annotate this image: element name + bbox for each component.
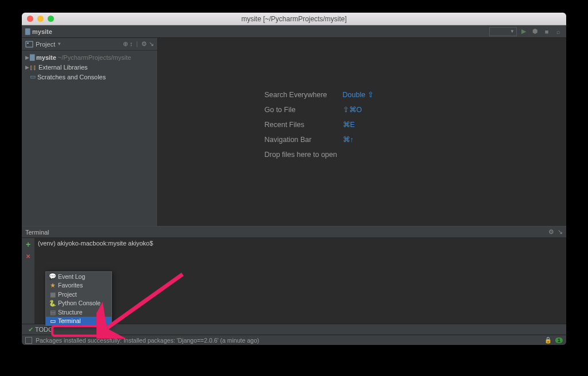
main-content: Project ▼ ⊕ ↕ | ⚙ ↘ ▶ ▇ mysite ~/Pycharm…	[22, 38, 566, 226]
status-message: Packages installed successfully: Install…	[36, 337, 259, 344]
terminal-title: Terminal	[25, 229, 49, 236]
hint-drop-files: Drop files here to open	[265, 147, 460, 162]
chevron-down-icon[interactable]: ▼	[57, 41, 61, 47]
chevron-right-icon[interactable]: ▶	[24, 64, 30, 70]
structure-icon: ▤	[49, 309, 56, 316]
ctx-project[interactable]: ▦Project	[46, 290, 111, 299]
project-tool-label: Project	[36, 41, 55, 48]
library-icon: ⫿⫿	[30, 64, 37, 71]
zoom-icon[interactable]	[48, 16, 54, 22]
svg-rect-1	[27, 43, 29, 44]
tree-external-libraries[interactable]: ▶ ⫿⫿ External Libraries	[24, 62, 155, 72]
terminal-prompt: (venv) akiyoko-macbook:mysite akiyoko$	[38, 240, 153, 247]
stop-button[interactable]: ■	[542, 27, 551, 36]
scratch-icon: ▭	[30, 73, 36, 80]
lock-icon[interactable]: 🔒	[544, 336, 552, 344]
status-toggle-icon[interactable]	[25, 337, 32, 344]
star-icon: ★	[49, 282, 56, 289]
window-title: mysite [~/PycharmProjects/mysite]	[22, 15, 566, 23]
hide-icon[interactable]: ↘	[149, 40, 154, 48]
project-tool-header[interactable]: Project ▼ ⊕ ↕ | ⚙ ↘	[22, 38, 157, 51]
ctx-structure[interactable]: ▤Structure	[46, 308, 111, 317]
chevron-down-icon: ▼	[510, 29, 514, 34]
collapse-icon[interactable]: ↕	[130, 40, 133, 48]
tool-window-context-menu: 💬Event Log ★Favorites ▦Project 🐍Python C…	[45, 271, 112, 326]
project-tool-window: Project ▼ ⊕ ↕ | ⚙ ↘ ▶ ▇ mysite ~/Pycharm…	[22, 38, 158, 226]
breadcrumb-root[interactable]: mysite	[32, 28, 52, 35]
terminal-gutter: + ×	[22, 238, 34, 324]
tab-todo[interactable]: ✔ TODO	[25, 326, 56, 333]
project-tree[interactable]: ▶ ▇ mysite ~/PycharmProjects/mysite ▶ ⫿⫿…	[22, 51, 157, 83]
run-config-dropdown[interactable]: ▼	[489, 27, 517, 36]
titlebar: mysite [~/PycharmProjects/mysite]	[22, 13, 566, 25]
terminal-body: + × (venv) akiyoko-macbook:mysite akiyok…	[22, 238, 566, 324]
editor-area[interactable]: Search Everywhere Double ⇧ Go to File ⇧⌘…	[158, 38, 566, 226]
terminal-header[interactable]: Terminal ⚙ ↘	[22, 227, 566, 238]
welcome-hints: Search Everywhere Double ⇧ Go to File ⇧⌘…	[265, 87, 460, 162]
ide-window: mysite [~/PycharmProjects/mysite] ▇ mysi…	[22, 13, 566, 345]
terminal-tool-window: Terminal ⚙ ↘ + × (venv) akiyoko-macbook:…	[22, 226, 566, 324]
ctx-favorites[interactable]: ★Favorites	[46, 281, 111, 290]
status-bar: Packages installed successfully: Install…	[22, 335, 566, 345]
folder-icon: ▇	[30, 53, 34, 61]
debug-button[interactable]: ⬢	[531, 27, 540, 36]
navigation-bar: ▇ mysite ▼ ▶ ⬢ ■ ⌕	[22, 25, 566, 38]
tree-root[interactable]: ▶ ▇ mysite ~/PycharmProjects/mysite	[24, 52, 155, 62]
folder-icon: ▇	[25, 28, 30, 35]
minimize-icon[interactable]	[37, 16, 44, 22]
ctx-terminal[interactable]: ▭Terminal	[46, 317, 111, 326]
search-icon[interactable]: ⌕	[554, 27, 563, 36]
gear-icon[interactable]: ⚙	[548, 228, 554, 236]
tree-scratches[interactable]: ▭ Scratches and Consoles	[24, 72, 155, 82]
hide-icon[interactable]: ↘	[558, 228, 563, 236]
ctx-python-console[interactable]: 🐍Python Console	[46, 299, 111, 308]
notification-badge[interactable]: 1	[555, 337, 563, 343]
traffic-lights	[22, 16, 54, 22]
new-session-button[interactable]: +	[26, 240, 30, 249]
project-icon: ▦	[49, 291, 56, 298]
run-button[interactable]: ▶	[519, 27, 528, 36]
hint-search-everywhere: Search Everywhere Double ⇧	[265, 87, 460, 102]
hint-navigation-bar: Navigation Bar ⌘↑	[265, 132, 460, 147]
hint-recent-files: Recent Files ⌘E	[265, 117, 460, 132]
bubble-icon: 💬	[49, 273, 56, 280]
close-session-button[interactable]: ×	[26, 252, 30, 260]
project-icon	[25, 40, 33, 48]
check-icon: ✔	[28, 326, 33, 333]
chevron-right-icon[interactable]: ▶	[24, 55, 30, 60]
terminal-icon: ▭	[49, 317, 56, 324]
python-icon: 🐍	[49, 300, 56, 307]
ctx-event-log[interactable]: 💬Event Log	[46, 272, 111, 281]
locate-icon[interactable]: ⊕	[123, 40, 128, 48]
gear-icon[interactable]: ⚙	[141, 40, 147, 48]
hint-go-to-file: Go to File ⇧⌘O	[265, 102, 460, 117]
project-tool-actions: ⊕ ↕ | ⚙ ↘	[123, 40, 154, 48]
close-icon[interactable]	[27, 16, 33, 22]
terminal-output[interactable]: (venv) akiyoko-macbook:mysite akiyoko$ 💬…	[34, 238, 566, 324]
svg-rect-0	[26, 41, 33, 47]
